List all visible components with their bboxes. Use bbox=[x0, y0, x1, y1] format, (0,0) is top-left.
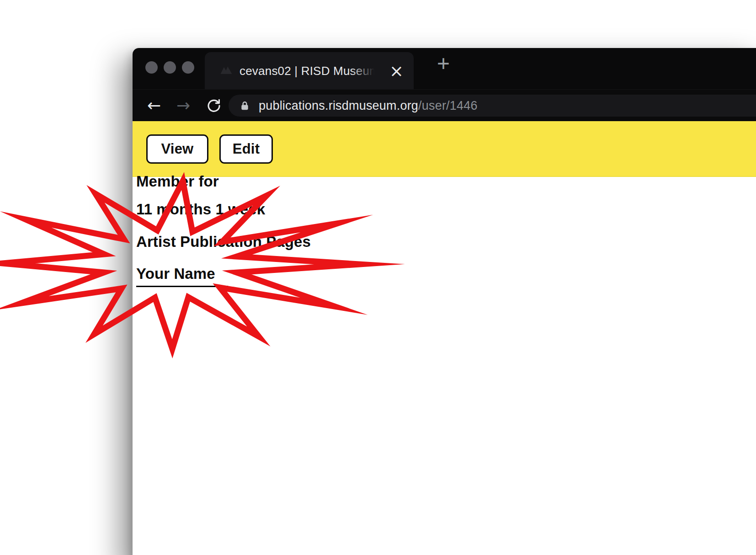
screenshot-stage: cevans02 | RISD Museum Publi × + ← → pub… bbox=[0, 0, 756, 555]
view-button[interactable]: View bbox=[146, 134, 208, 164]
risd-favicon-icon bbox=[219, 63, 233, 77]
forward-icon: → bbox=[176, 97, 190, 114]
browser-toolbar: ← → publications.risdmuseum.org/user/144… bbox=[133, 89, 756, 121]
url-path: /user/1446 bbox=[418, 99, 478, 112]
member-duration-value: 11 months 1 week bbox=[136, 201, 265, 218]
browser-tab[interactable]: cevans02 | RISD Museum Publi × bbox=[205, 52, 414, 89]
maximize-window-button[interactable] bbox=[182, 61, 194, 74]
tab-strip: cevans02 | RISD Museum Publi × + bbox=[133, 48, 756, 89]
address-bar[interactable]: publications.risdmuseum.org/user/1446 bbox=[229, 95, 756, 117]
url-text: publications.risdmuseum.org/user/1446 bbox=[259, 99, 478, 113]
artist-publication-pages-heading: Artist Publication Pages bbox=[136, 233, 311, 251]
tab-close-icon[interactable]: × bbox=[389, 62, 404, 79]
window-controls bbox=[145, 61, 194, 74]
reload-icon[interactable] bbox=[206, 97, 222, 114]
new-tab-button[interactable]: + bbox=[431, 51, 456, 76]
minimize-window-button[interactable] bbox=[164, 61, 176, 74]
close-window-button[interactable] bbox=[145, 61, 158, 74]
site-header-bar: View Edit bbox=[133, 121, 756, 177]
browser-window: cevans02 | RISD Museum Publi × + ← → pub… bbox=[133, 48, 756, 555]
back-icon[interactable]: ← bbox=[147, 97, 161, 114]
url-domain: publications.risdmuseum.org bbox=[259, 99, 418, 112]
lock-icon bbox=[240, 101, 250, 111]
edit-button[interactable]: Edit bbox=[219, 134, 273, 164]
tab-title-fade bbox=[351, 52, 378, 89]
your-name-link[interactable]: Your Name bbox=[136, 265, 228, 287]
member-for-label: Member for bbox=[136, 173, 219, 190]
